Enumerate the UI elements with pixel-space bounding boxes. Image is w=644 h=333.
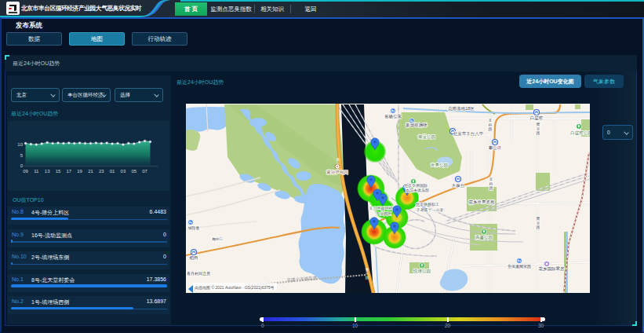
svg-text:17: 17 [66, 169, 71, 174]
svg-text:5: 5 [20, 153, 24, 158]
svg-text:白盆窑公园: 白盆窑公园 [570, 130, 590, 136]
svg-text:13: 13 [45, 169, 50, 174]
svg-text:城隍春: 城隍春 [187, 225, 200, 230]
svg-text:攀公庄: 攀公庄 [489, 145, 502, 150]
svg-text:07: 07 [142, 169, 147, 174]
svg-text:11: 11 [34, 169, 39, 174]
svg-text:北京市丰台八中: 北京市丰台八中 [453, 131, 484, 137]
svg-text:产业园区: 产业园区 [376, 211, 391, 217]
svg-text:高鑫公园: 高鑫公园 [475, 235, 493, 240]
svg-text:丰台区循环经济: 丰台区循环经济 [369, 206, 397, 211]
svg-text:01: 01 [110, 169, 115, 174]
svg-text:大葆台: 大葆台 [452, 183, 465, 188]
svg-text:青兰环: 青兰环 [366, 267, 369, 280]
svg-text:高尔夫俱乐部: 高尔夫俱乐部 [406, 188, 429, 193]
svg-text:悦璟公园: 悦璟公园 [413, 269, 431, 274]
svg-text:05: 05 [131, 169, 136, 174]
svg-text:青兰环: 青兰环 [337, 157, 340, 170]
svg-text:樊羊路: 樊羊路 [537, 216, 540, 229]
svg-text:紫谷伊甸园: 紫谷伊甸园 [326, 170, 348, 175]
svg-text:09: 09 [23, 169, 28, 174]
svg-text:10: 10 [17, 142, 23, 147]
svg-text:看丹村回迁房: 看丹村回迁房 [187, 271, 210, 276]
svg-text:03: 03 [121, 169, 126, 174]
svg-text:御景公园: 御景公园 [417, 134, 435, 140]
svg-text:0: 0 [20, 163, 24, 168]
svg-text:15: 15 [56, 169, 61, 174]
svg-text:花乡国际家居: 花乡国际家居 [539, 266, 566, 272]
svg-text:23: 23 [99, 169, 104, 174]
svg-text:亚保康网家园: 亚保康网家园 [508, 264, 531, 269]
svg-text:稻田: 稻田 [190, 255, 198, 261]
svg-text:丰科路: 丰科路 [489, 177, 493, 190]
svg-text:白盆窑: 白盆窑 [530, 115, 544, 121]
svg-text:丰科路: 丰科路 [489, 118, 493, 131]
svg-text:高德地图 © 2021 AutoNavi - GS(2021: 高德地图 © 2021 AutoNavi - GS(2021)6375号 [195, 285, 275, 291]
svg-text:樊羊路: 樊羊路 [537, 122, 540, 135]
svg-text:19: 19 [77, 169, 82, 174]
svg-text:子弟第十一小学: 子弟第十一小学 [417, 207, 444, 213]
svg-text:新华双拥碑: 新华双拥碑 [406, 123, 428, 128]
svg-text:北京铁路职工: 北京铁路职工 [416, 202, 439, 207]
svg-text:21: 21 [88, 169, 93, 174]
svg-text:世界公园: 世界公园 [431, 163, 448, 168]
svg-text:看杨公寓: 看杨公寓 [384, 114, 402, 119]
svg-text:花乡世界名苑: 花乡世界名苑 [469, 199, 496, 205]
svg-text:总部基地18区: 总部基地18区 [447, 106, 475, 112]
